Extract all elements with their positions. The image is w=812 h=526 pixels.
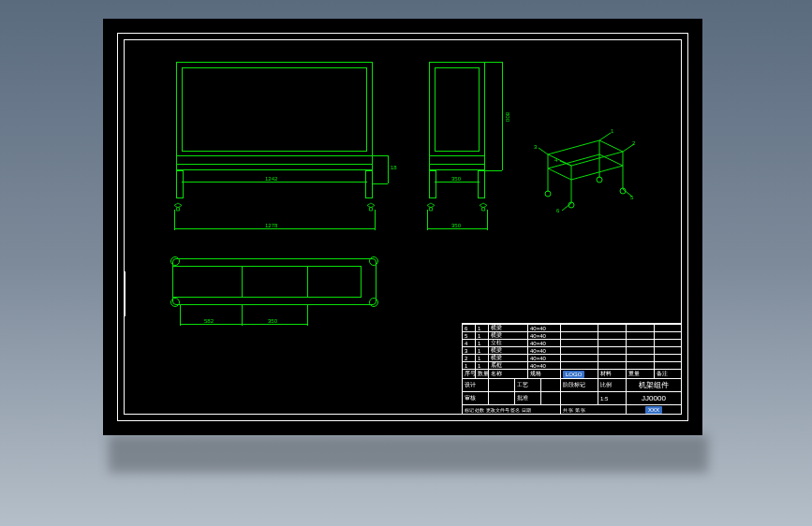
side-cell [124,271,125,283]
hdr-qty: 数量 [476,370,489,378]
dim-label: 1278 [265,223,277,228]
sheet-shadow [109,435,708,473]
iso-balloon: 3 [534,144,537,150]
dim-label: 18 [391,165,397,170]
foot-icon [480,198,487,208]
iso-svg [534,131,637,215]
side-cell [124,294,125,305]
tb-main-row3: 标记 处数 更改文件号 签名 日期 共 张 第 张 XXX [463,404,681,414]
hdr-spec: 规格 [528,370,561,378]
scale-value: 1:5 [598,392,627,404]
drawing-canvas: 1242 1278 18 350 350 800 [103,19,702,435]
parts-row: 31横梁40×40 [463,346,681,354]
hdr-note: 备注 [655,370,681,378]
parts-row: 61横梁40×40 [463,324,681,331]
side-strip [124,271,133,316]
foot-icon [427,198,435,208]
hdr-no: 序号 [463,370,476,378]
foot-icon [174,198,182,208]
hdr-name: 名称 [489,370,528,378]
dim-label: 350 [451,176,461,182]
tb-main-row1: 设计 工艺 阶段标记 比例 机架组件 [463,378,681,391]
side-cell [124,305,125,316]
isometric-view: 1 2 3 4 5 6 [534,131,637,215]
change-header: 标记 处数 更改文件号 签名 日期 [463,405,561,414]
parts-row: 21横梁40×40 [463,354,681,361]
hdr-mat: 材料 [598,370,627,378]
side-cell [124,283,125,294]
dim-label: 1242 [265,176,277,182]
drawing-no: JJ0000 [627,392,681,404]
iso-balloon: 5 [630,195,633,200]
field-check: 审核 [463,392,489,404]
field-process: 工艺 [515,379,541,391]
title-block: 61横梁40×4051横梁40×4041立柱40×4031横梁40×4021横梁… [462,323,682,415]
logo-badge: LOGO [563,371,584,378]
stage-mark: 阶段标记 [561,379,598,391]
iso-balloon: 6 [556,208,559,213]
part-name: 机架组件 [627,379,681,391]
sheet-label: 共 张 第 张 [561,405,627,414]
dim-label: 582 [204,318,214,324]
iso-balloon: 1 [611,128,613,134]
scale-label: 比例 [598,379,627,391]
parts-row: 51横梁40×40 [463,331,681,339]
dim-label: 350 [268,318,277,324]
field-design: 设计 [463,379,489,391]
tb-main-row2: 审核 批准 1:5 JJ0000 [463,391,681,404]
iso-balloon: 4 [554,157,557,163]
dim-label: 350 [451,223,461,228]
company-logo: XXX [645,406,662,414]
parts-header-row: 序号 数量 名称 规格 LOGO 材料 重量 备注 [463,369,681,378]
iso-balloon: 2 [632,140,635,146]
dim-label: 800 [505,112,510,122]
foot-icon [367,198,375,208]
parts-row: 11底框40×40 [463,361,681,369]
hdr-wt: 重量 [627,370,655,378]
field-approve: 批准 [515,392,541,404]
parts-row: 41立柱40×40 [463,339,681,346]
